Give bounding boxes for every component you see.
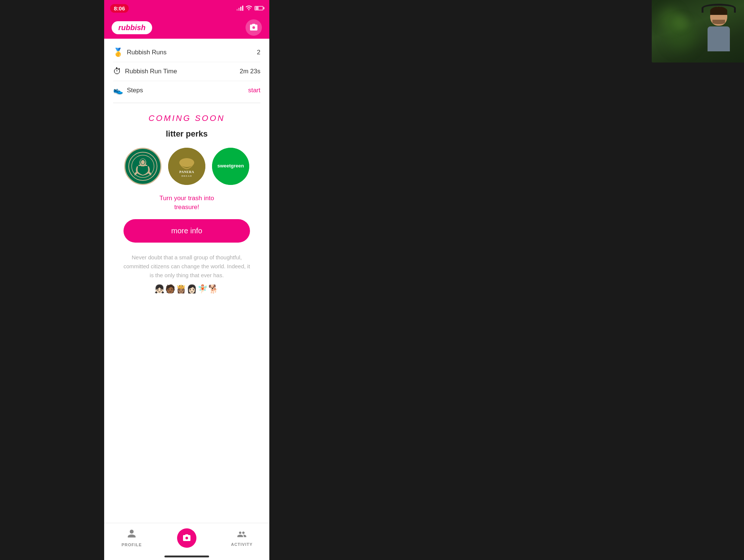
stat-row-time: ⏱ Rubbish Run Time 2m 23s [113,62,260,81]
activity-label: ACTIVITY [231,542,253,547]
svg-text:BREAD: BREAD [182,175,192,177]
battery-icon [254,6,263,10]
header-bar: rubbish [104,16,269,39]
signal-icon [237,6,243,11]
phone-container: 8:06 rubbish [104,0,269,560]
more-info-button[interactable]: more info [124,219,250,243]
svg-point-4 [141,160,145,164]
stat-row-steps: 👟 Steps start [113,81,260,100]
camera-nav-icon [182,534,191,543]
person-figure [704,3,734,51]
tagline: Turn your trash intotreasure! [160,194,214,212]
sweetgreen-svg: sweetgreen [212,148,249,185]
coming-soon-section: COMING SOON litter perks [104,106,269,309]
stat-left-time: ⏱ Rubbish Run Time [113,67,177,76]
svg-rect-5 [138,165,147,166]
brand-logos: PANERA BREAD sweetgreen [124,148,249,185]
coming-soon-title: COMING SOON [148,113,225,123]
time-value: 2m 23s [240,68,260,75]
stat-left-runs: 🥇 Rubbish Runs [113,48,167,57]
stats-section: 🥇 Rubbish Runs 2 ⏱ Rubbish Run Time 2m 2… [104,39,269,100]
steps-emoji: 👟 [113,86,123,95]
nav-activity[interactable]: ACTIVITY [214,529,269,547]
status-bar: 8:06 [104,0,269,16]
camera-icon [249,23,258,32]
runs-value: 2 [257,49,260,56]
nav-camera[interactable] [159,528,214,548]
webcam-background [652,0,744,63]
quote-text: Never doubt that a small group of though… [113,253,260,280]
starbucks-svg [128,151,158,181]
panera-svg: PANERA BREAD [168,148,205,185]
status-icons [237,5,263,12]
home-bar [164,556,209,557]
stat-left-steps: 👟 Steps [113,86,143,95]
runs-emoji: 🥇 [113,48,123,57]
svg-text:PANERA: PANERA [179,170,194,174]
home-indicator [104,553,269,560]
camera-nav-wrapper [177,528,196,548]
stat-row-runs: 🥇 Rubbish Runs 2 [113,43,260,62]
svg-text:sweetgreen: sweetgreen [217,163,244,169]
status-time: 8:06 [110,4,129,13]
litter-perks-title: litter perks [166,129,208,139]
svg-point-7 [179,158,194,167]
logo-text: rubbish [118,23,145,32]
bottom-nav: PROFILE ACTIVITY [104,523,269,553]
emoji-row: 👧🏻🧑🏾👸🏽👩🏻🧚🏻🐕 [154,284,219,294]
time-label: Rubbish Run Time [125,68,177,75]
section-divider [113,103,260,103]
profile-icon [127,529,137,541]
wifi-icon [246,5,252,12]
activity-icon [237,529,247,541]
profile-label: PROFILE [122,543,142,547]
runs-label: Rubbish Runs [127,49,167,56]
webcam-overlay [652,0,744,63]
content-area: 🥇 Rubbish Runs 2 ⏱ Rubbish Run Time 2m 2… [104,39,269,523]
header-camera-button[interactable] [246,19,262,36]
steps-label: Steps [127,87,143,94]
panera-logo: PANERA BREAD [168,148,205,185]
logo: rubbish [112,21,152,34]
starbucks-logo [124,148,161,185]
time-emoji: ⏱ [113,67,121,76]
sweetgreen-logo: sweetgreen [212,148,249,185]
steps-value-start[interactable]: start [248,87,260,94]
nav-profile[interactable]: PROFILE [104,529,159,547]
